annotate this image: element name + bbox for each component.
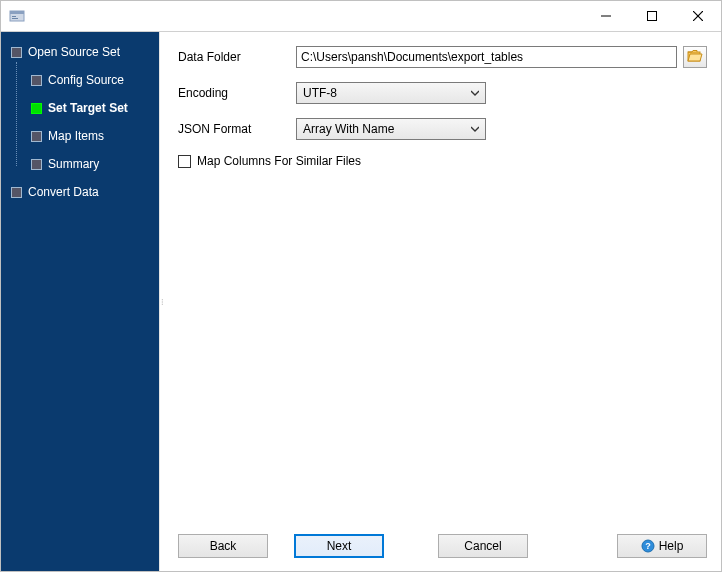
minimize-button[interactable]: [583, 1, 629, 31]
sidebar-item-label: Set Target Set: [48, 101, 128, 115]
row-json-format: JSON Format Array With Name: [178, 118, 707, 140]
folder-open-icon: [687, 49, 703, 66]
svg-rect-5: [648, 12, 657, 21]
data-folder-input[interactable]: [296, 46, 677, 68]
svg-rect-1: [10, 11, 24, 14]
sidebar-item-config-source[interactable]: Config Source: [1, 66, 159, 94]
back-button[interactable]: Back: [178, 534, 268, 558]
row-data-folder: Data Folder: [178, 46, 707, 68]
sidebar-item-label: Summary: [48, 157, 99, 171]
sidebar-item-label: Convert Data: [28, 185, 99, 199]
help-button-label: Help: [659, 539, 684, 553]
sidebar-item-label: Map Items: [48, 129, 104, 143]
maximize-button[interactable]: [629, 1, 675, 31]
tree-connector: [16, 62, 17, 166]
svg-text:?: ?: [645, 541, 651, 551]
svg-rect-2: [12, 16, 16, 17]
step-node-icon: [31, 159, 42, 170]
json-format-value: Array With Name: [303, 122, 394, 136]
json-format-label: JSON Format: [178, 122, 296, 136]
browse-folder-button[interactable]: [683, 46, 707, 68]
sidebar-item-map-items[interactable]: Map Items: [1, 122, 159, 150]
map-columns-checkbox[interactable]: [178, 155, 191, 168]
json-format-select[interactable]: Array With Name: [296, 118, 486, 140]
button-bar: Back Next Cancel ? Help: [164, 525, 721, 571]
sidebar-item-open-source-set[interactable]: Open Source Set: [1, 38, 159, 66]
sidebar-item-label: Open Source Set: [28, 45, 120, 59]
sidebar-item-convert-data[interactable]: Convert Data: [1, 178, 159, 206]
svg-rect-3: [12, 18, 18, 19]
body: Open Source Set Config Source Set Target…: [1, 31, 721, 571]
chevron-down-icon: [471, 89, 479, 97]
app-icon: [9, 8, 25, 24]
main-panel: Data Folder Encoding UTF-8: [164, 32, 721, 571]
titlebar-left: [9, 8, 31, 24]
help-button[interactable]: ? Help: [617, 534, 707, 558]
step-node-icon: [31, 131, 42, 142]
window-controls: [583, 1, 721, 31]
encoding-value: UTF-8: [303, 86, 337, 100]
encoding-select[interactable]: UTF-8: [296, 82, 486, 104]
sidebar-item-set-target-set[interactable]: Set Target Set: [1, 94, 159, 122]
help-icon: ?: [641, 539, 655, 553]
map-columns-label: Map Columns For Similar Files: [197, 154, 361, 168]
row-map-columns[interactable]: Map Columns For Similar Files: [178, 154, 707, 168]
close-button[interactable]: [675, 1, 721, 31]
wizard-sidebar: Open Source Set Config Source Set Target…: [1, 32, 159, 571]
cancel-button[interactable]: Cancel: [438, 534, 528, 558]
step-node-icon: [11, 187, 22, 198]
form-area: Data Folder Encoding UTF-8: [164, 32, 721, 525]
step-node-icon: [31, 75, 42, 86]
chevron-down-icon: [471, 125, 479, 133]
wizard-window: Open Source Set Config Source Set Target…: [0, 0, 722, 572]
row-encoding: Encoding UTF-8: [178, 82, 707, 104]
sidebar-item-label: Config Source: [48, 73, 124, 87]
step-node-icon: [11, 47, 22, 58]
titlebar: [1, 1, 721, 31]
data-folder-label: Data Folder: [178, 50, 296, 64]
encoding-label: Encoding: [178, 86, 296, 100]
sidebar-item-summary[interactable]: Summary: [1, 150, 159, 178]
next-button[interactable]: Next: [294, 534, 384, 558]
step-node-icon: [31, 103, 42, 114]
